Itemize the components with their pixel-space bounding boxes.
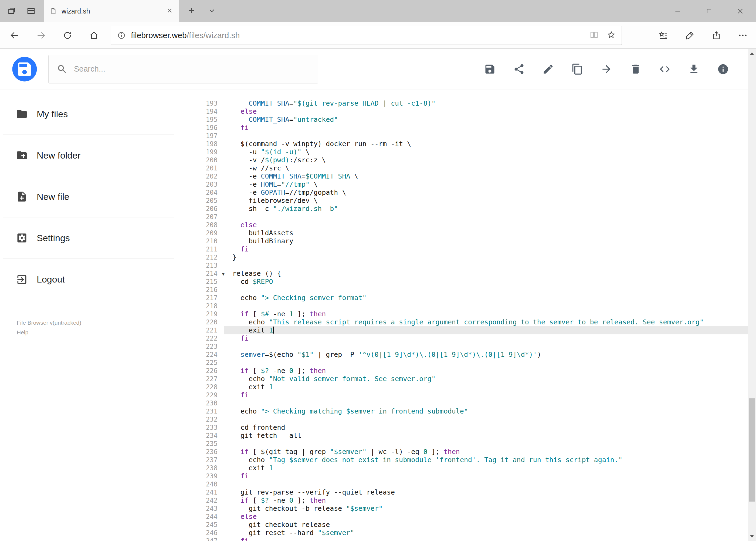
back-button[interactable] xyxy=(5,26,24,45)
home-button[interactable] xyxy=(84,26,104,45)
code-line-223[interactable]: 223 xyxy=(178,342,756,350)
code-line-208[interactable]: 208 else xyxy=(178,221,756,229)
sidebar-item-settings[interactable]: Settings xyxy=(3,218,174,259)
code-line-219[interactable]: 219 if [ $# -ne 1 ]; then xyxy=(178,310,756,318)
code-line-196[interactable]: 196 fi xyxy=(178,124,756,132)
code-line-247[interactable]: 247 fi xyxy=(178,537,756,541)
code-line-234[interactable]: 234 git fetch --all xyxy=(178,432,756,440)
close-window-button[interactable] xyxy=(725,0,756,22)
code-line-217[interactable]: 217 echo "> Checking semver format" xyxy=(178,294,756,302)
edit-button[interactable] xyxy=(542,63,554,75)
code-line-195[interactable]: 195 COMMIT_SHA="untracked" xyxy=(178,116,756,124)
code-line-194[interactable]: 194 else xyxy=(178,108,756,116)
code-line-231[interactable]: 231 echo "> Checking matching $semver in… xyxy=(178,407,756,415)
tab-close-button[interactable] xyxy=(166,7,173,15)
save-button[interactable] xyxy=(484,63,496,75)
forward-button[interactable] xyxy=(31,26,51,45)
code-line-197[interactable]: 197 xyxy=(178,132,756,140)
search-box[interactable] xyxy=(48,55,318,84)
info-button[interactable] xyxy=(717,63,729,75)
code-line-227[interactable]: 227 echo "Not valid semver format. See s… xyxy=(178,375,756,383)
sidebar-item-new-folder[interactable]: New folder xyxy=(3,135,174,176)
refresh-button[interactable] xyxy=(58,26,77,45)
share-page-button[interactable] xyxy=(708,26,724,45)
code-line-212[interactable]: 212} xyxy=(178,254,756,262)
tab-preview-button[interactable] xyxy=(26,6,36,16)
code-line-200[interactable]: 200 -v /$(pwd):/src:z \ xyxy=(178,156,756,164)
code-editor[interactable]: 193 COMMIT_SHA="$(git rev-parse HEAD | c… xyxy=(178,90,756,541)
code-line-222[interactable]: 222 fi xyxy=(178,334,756,342)
favorite-star-button[interactable] xyxy=(607,30,616,41)
code-line-204[interactable]: 204 -e GOPATH=//tmp/gopath \ xyxy=(178,189,756,197)
scroll-up-arrow-icon[interactable] xyxy=(750,52,754,55)
move-button[interactable] xyxy=(601,63,613,75)
code-line-214[interactable]: 214▾release () { xyxy=(178,270,756,277)
code-line-225[interactable]: 225 xyxy=(178,359,756,367)
browser-tab[interactable]: wizard.sh xyxy=(44,0,179,22)
scroll-down-arrow-icon[interactable] xyxy=(750,535,754,538)
code-line-235[interactable]: 235 xyxy=(178,440,756,448)
sidebar-item-my-files[interactable]: My files xyxy=(3,94,174,135)
code-line-229[interactable]: 229 fi xyxy=(178,391,756,399)
code-line-236[interactable]: 236 if [ $(git tag | grep "$semver" | wc… xyxy=(178,448,756,456)
delete-button[interactable] xyxy=(630,63,641,75)
code-line-211[interactable]: 211 fi xyxy=(178,245,756,254)
code-line-201[interactable]: 201 -w //src \ xyxy=(178,164,756,172)
code-line-220[interactable]: 220 echo "This release script requires a… xyxy=(178,318,756,326)
maximize-button[interactable] xyxy=(693,0,725,22)
code-line-226[interactable]: 226 if [ $? -ne 0 ]; then xyxy=(178,367,756,375)
code-line-240[interactable]: 240 xyxy=(178,480,756,488)
code-line-213[interactable]: 213 xyxy=(178,262,756,270)
set-tabs-aside-button[interactable] xyxy=(7,6,16,16)
download-button[interactable] xyxy=(688,63,700,75)
code-line-243[interactable]: 243 git checkout -b release "$semver" xyxy=(178,505,756,513)
help-link[interactable]: Help xyxy=(17,329,28,335)
code-button[interactable] xyxy=(659,63,671,75)
code-line-244[interactable]: 244 else xyxy=(178,513,756,521)
code-line-239[interactable]: 239 fi xyxy=(178,472,756,480)
sidebar-item-logout[interactable]: Logout xyxy=(3,259,174,300)
code-line-193[interactable]: 193 COMMIT_SHA="$(git rev-parse HEAD | c… xyxy=(178,99,756,108)
code-line-237[interactable]: 237 echo "Tag $semver does not exist in … xyxy=(178,456,756,464)
code-line-215[interactable]: 215 cd $REPO xyxy=(178,277,756,286)
search-input[interactable] xyxy=(74,65,312,74)
new-tab-button[interactable] xyxy=(187,6,196,16)
code-line-209[interactable]: 209 buildAssets xyxy=(178,229,756,237)
code-line-232[interactable]: 232 xyxy=(178,415,756,423)
site-info-icon[interactable] xyxy=(117,31,126,40)
code-line-241[interactable]: 241 git rev-parse --verify --quiet relea… xyxy=(178,488,756,496)
code-line-203[interactable]: 203 -e HOME="//tmp" \ xyxy=(178,181,756,189)
code-line-205[interactable]: 205 filebrowser/dev \ xyxy=(178,197,756,205)
code-line-238[interactable]: 238 exit 1 xyxy=(178,464,756,472)
code-line-199[interactable]: 199 -u "$(id -u)" \ xyxy=(178,148,756,156)
code-line-230[interactable]: 230 xyxy=(178,399,756,407)
code-line-207[interactable]: 207 xyxy=(178,213,756,221)
code-line-216[interactable]: 216 xyxy=(178,286,756,294)
share-button[interactable] xyxy=(513,63,525,75)
code-line-210[interactable]: 210 buildBinary xyxy=(178,237,756,245)
code-line-245[interactable]: 245 git checkout release xyxy=(178,521,756,529)
code-line-218[interactable]: 218 xyxy=(178,302,756,310)
hub-favorites-button[interactable] xyxy=(655,26,671,45)
menu-ellipsis-button[interactable] xyxy=(735,26,751,45)
scrollbar-thumb[interactable] xyxy=(749,398,755,502)
copy-button[interactable] xyxy=(571,63,583,75)
web-note-button[interactable] xyxy=(682,26,698,45)
code-line-206[interactable]: 206 sh -c "./wizard.sh -b" xyxy=(178,205,756,213)
code-line-202[interactable]: 202 -e COMMIT_SHA=$COMMIT_SHA \ xyxy=(178,172,756,181)
minimize-button[interactable] xyxy=(662,0,693,22)
code-line-233[interactable]: 233 cd frontend xyxy=(178,423,756,432)
tab-list-chevron-button[interactable] xyxy=(208,6,216,16)
fold-arrow-icon[interactable]: ▾ xyxy=(222,270,225,278)
address-input[interactable]: filebrowser.web/files/wizard.sh xyxy=(111,26,622,45)
code-line-242[interactable]: 242 if [ $? -ne 0 ]; then xyxy=(178,496,756,505)
code-line-224[interactable]: 224 semver=$(echo "$1" | grep -P '^v(0|[… xyxy=(178,350,756,359)
code-line-198[interactable]: 198 $(command -v winpty) docker run --rm… xyxy=(178,140,756,148)
reading-view-button[interactable] xyxy=(589,30,599,41)
page-icon xyxy=(50,7,57,15)
code-line-221[interactable]: 221 exit 1 xyxy=(178,326,756,334)
sidebar-item-new-file[interactable]: New file xyxy=(3,176,174,218)
code-line-246[interactable]: 246 git reset --hard "$semver" xyxy=(178,529,756,537)
page-scrollbar[interactable] xyxy=(748,49,756,541)
code-line-228[interactable]: 228 exit 1 xyxy=(178,383,756,391)
